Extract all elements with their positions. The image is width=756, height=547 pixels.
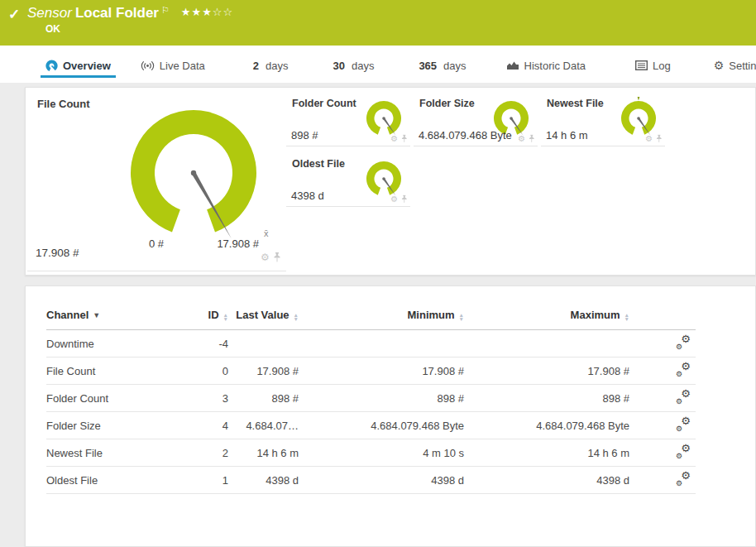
tab-label: Live Data — [160, 60, 205, 72]
priority-flag-icon: ⚐ — [161, 5, 170, 15]
channel-name: Folder Size — [46, 412, 199, 439]
tab-label: days — [266, 60, 288, 72]
status-badge: OK — [45, 23, 60, 35]
sort-toggle-icon: ▲▼ — [294, 313, 299, 321]
table-row: Folder Count 3 898 # 898 # 898 # ⚙⚙ — [46, 385, 696, 412]
tab-day-number: 2 — [253, 60, 259, 72]
mini-gauge-folder-size: Folder Size 4.684.079.468 Byte ⚙ — [414, 96, 538, 146]
tab-settings[interactable]: ⚙ Settings — [709, 55, 756, 78]
column-label: Maximum — [571, 309, 620, 321]
channel-name: Oldest File — [46, 467, 199, 494]
maximum-value: 4.684.079.468 Byte — [464, 412, 629, 439]
gauge-actions: ⚙ — [518, 135, 535, 143]
minimum-value: 4.684.079.468 Byte — [299, 412, 464, 439]
column-header-minimum[interactable]: Minimum▲▼ — [299, 305, 464, 330]
cell-divider — [27, 271, 286, 271]
last-value: 4.684.07… — [228, 412, 299, 439]
priority-stars[interactable]: ★★★☆☆ — [181, 6, 233, 18]
tab-2-days[interactable]: 2 days — [248, 55, 294, 78]
gear-icon: ⚙ — [714, 60, 725, 71]
mini-gauge-folder-count: Folder Count 898 # ⚙ — [286, 96, 410, 146]
maximum-value: 17.908 # — [464, 357, 629, 385]
sort-toggle-icon: ▲▼ — [624, 313, 629, 321]
last-value: 14 h 6 m — [228, 439, 299, 467]
mini-gauge-title: Newest File — [547, 98, 604, 109]
column-header-maximum[interactable]: Maximum▲▼ — [464, 305, 629, 330]
maximum-value: 4398 d — [464, 467, 629, 494]
maximum-value: 898 # — [464, 385, 629, 412]
channel-name: Folder Count — [46, 385, 199, 412]
primary-gauge-value: 17.908 # — [36, 247, 79, 259]
last-value: 4398 d — [228, 467, 299, 494]
pin-icon[interactable] — [401, 195, 408, 204]
tab-30-days[interactable]: 30 days — [328, 55, 379, 78]
channel-name: File Count — [46, 357, 199, 385]
primary-gauge-title: File Count — [37, 98, 90, 110]
edit-channel-icon[interactable]: ⚙⚙ — [676, 417, 691, 431]
gauge-actions: ⚙ — [390, 135, 408, 143]
tab-overview[interactable]: Overview — [41, 55, 116, 78]
pin-icon[interactable] — [401, 135, 408, 143]
pin-icon[interactable] — [273, 252, 281, 262]
gauge-actions: ⚙ — [261, 252, 281, 262]
channel-table: Channel▼ ID▲▼ Last Value▲▼ Minimum▲▼ Max… — [46, 305, 696, 494]
edit-channel-icon[interactable]: ⚙⚙ — [676, 472, 691, 486]
channel-id: 0 — [199, 357, 228, 385]
channel-id: 3 — [199, 385, 228, 412]
gauge-scale-min: 0 # — [132, 238, 181, 250]
pin-icon[interactable] — [529, 135, 535, 143]
gauge-settings-icon[interactable]: ⚙ — [261, 252, 270, 262]
minimum-value: 898 # — [299, 385, 464, 412]
gauge-settings-icon[interactable]: ⚙ — [390, 135, 398, 143]
sort-desc-icon: ▼ — [93, 311, 100, 319]
tab-label: Historic Data — [524, 60, 586, 72]
gauge-scale-max: 17.908 # — [198, 238, 259, 250]
mini-gauge-title: Folder Count — [292, 98, 356, 109]
column-label: Minimum — [408, 309, 455, 321]
table-row: Downtime -4 ⚙⚙ — [46, 330, 696, 357]
column-header-id[interactable]: ID▲▼ — [199, 305, 228, 330]
channel-id: 4 — [199, 412, 228, 439]
maximum-value: 14 h 6 m — [464, 439, 629, 467]
edit-channel-icon[interactable]: ⚙⚙ — [676, 362, 691, 377]
tab-label: Log — [653, 60, 671, 72]
sensor-kind-label: Sensor — [27, 5, 72, 21]
tab-live-data[interactable]: Live Data — [136, 55, 210, 78]
sensor-title-line: SensorLocal Folder⚐★★★☆☆ — [27, 5, 233, 22]
gauge-settings-icon[interactable]: ⚙ — [518, 135, 525, 143]
column-label: Last Value — [236, 309, 289, 321]
gauge-actions: ⚙ — [390, 195, 408, 204]
tab-day-number: 365 — [419, 60, 437, 72]
mini-gauge-value: 898 # — [291, 129, 318, 142]
table-row: Folder Size 4 4.684.07… 4.684.079.468 By… — [46, 412, 696, 439]
tab-historic-data[interactable]: Historic Data — [501, 55, 591, 78]
tab-day-number: 30 — [333, 60, 344, 72]
column-label: Channel — [46, 309, 89, 321]
tab-365-days[interactable]: 365 days — [414, 55, 471, 78]
tab-log[interactable]: Log — [630, 55, 676, 78]
status-ok-check-icon: ✓ — [8, 6, 20, 23]
table-header-row: Channel▼ ID▲▼ Last Value▲▼ Minimum▲▼ Max… — [46, 305, 696, 330]
last-value: 17.908 # — [228, 357, 299, 385]
edit-channel-icon[interactable]: ⚙⚙ — [676, 390, 691, 404]
gauge-actions: ⚙ — [645, 135, 663, 143]
pin-icon[interactable] — [656, 135, 663, 143]
last-value: 898 # — [228, 385, 299, 412]
mini-gauge-value: 14 h 6 m — [546, 129, 588, 142]
edit-channel-icon[interactable]: ⚙⚙ — [676, 335, 691, 349]
gauge-settings-icon[interactable]: ⚙ — [390, 195, 398, 204]
sensor-status-header: ✓ SensorLocal Folder⚐★★★☆☆ OK — [0, 0, 756, 46]
gauge-settings-icon[interactable]: ⚙ — [645, 135, 653, 143]
minimum-value — [299, 330, 464, 357]
column-header-channel[interactable]: Channel▼ — [46, 305, 199, 330]
column-header-last-value[interactable]: Last Value▲▼ — [228, 305, 299, 330]
minimum-value: 4398 d — [299, 467, 464, 494]
mini-gauge-value: 4398 d — [291, 190, 324, 202]
channel-table-panel: Channel▼ ID▲▼ Last Value▲▼ Minimum▲▼ Max… — [25, 285, 756, 547]
channel-name: Newest File — [46, 439, 199, 467]
channel-id: 2 — [199, 439, 228, 467]
edit-channel-icon[interactable]: ⚙⚙ — [676, 444, 691, 458]
channel-name: Downtime — [46, 330, 199, 357]
area-chart-icon — [506, 60, 519, 70]
page-title: Local Folder — [75, 5, 159, 21]
